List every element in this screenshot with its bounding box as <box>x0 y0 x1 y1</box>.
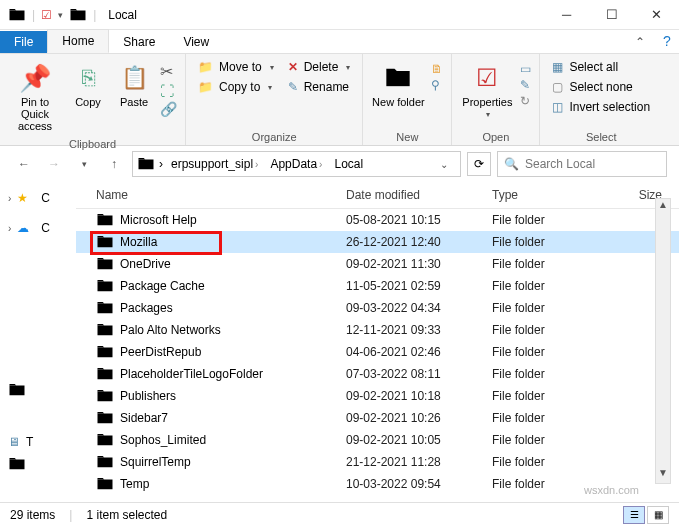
invert-selection-button[interactable]: ◫Invert selection <box>548 98 654 116</box>
cut-icon[interactable]: ✂ <box>160 62 177 81</box>
details-view-button[interactable]: ☰ <box>623 506 645 524</box>
file-name: Packages <box>120 301 173 315</box>
recent-locations-icon[interactable]: ▾ <box>72 152 96 176</box>
paste-shortcut-icon[interactable]: 🔗 <box>160 101 177 117</box>
new-folder-button[interactable]: New folder <box>371 58 425 112</box>
select-none-button[interactable]: ▢Select none <box>548 78 654 96</box>
edit-icon[interactable]: ✎ <box>520 78 531 92</box>
copy-to-button[interactable]: 📁Copy to▾ <box>194 78 278 96</box>
group-new: New folder 🗎 ⚲ New <box>363 54 452 145</box>
close-button[interactable]: ✕ <box>634 0 679 30</box>
file-name: Palo Alto Networks <box>120 323 221 337</box>
icons-view-button[interactable]: ▦ <box>647 506 669 524</box>
copy-button[interactable]: ⎘ Copy <box>68 58 108 112</box>
nav-folder-3[interactable] <box>4 452 72 476</box>
table-row[interactable]: Sophos_Limited09-02-2021 10:05File folde… <box>76 429 679 451</box>
search-box[interactable]: 🔍 Search Local <box>497 151 667 177</box>
nav-onedrive[interactable]: ›☁C <box>4 218 72 238</box>
folder-icon <box>96 343 114 361</box>
file-type: File folder <box>492 213 612 227</box>
tab-file[interactable]: File <box>0 31 47 53</box>
table-row[interactable]: Mozilla26-12-2021 12:40File folder <box>76 231 679 253</box>
qat-folder-icon <box>69 6 87 24</box>
table-row[interactable]: OneDrive09-02-2021 11:30File folder <box>76 253 679 275</box>
nav-folder-1[interactable] <box>4 378 72 402</box>
scroll-up-icon[interactable]: ▲ <box>656 199 670 215</box>
file-date: 21-12-2021 11:28 <box>346 455 492 469</box>
folder-icon <box>96 321 114 339</box>
up-button[interactable]: ↑ <box>102 152 126 176</box>
file-name: Package Cache <box>120 279 205 293</box>
rename-button[interactable]: ✎Rename <box>284 78 355 96</box>
address-dropdown-icon[interactable]: ⌄ <box>432 152 456 176</box>
move-to-button[interactable]: 📁Move to▾ <box>194 58 278 76</box>
folder-icon <box>96 387 114 405</box>
table-row[interactable]: Sidebar709-02-2021 10:26File folder <box>76 407 679 429</box>
tab-view[interactable]: View <box>169 31 223 53</box>
file-date: 09-02-2021 10:26 <box>346 411 492 425</box>
qat-dropdown-icon[interactable]: ▾ <box>58 10 63 20</box>
file-name: Sidebar7 <box>120 411 168 425</box>
folder-icon <box>96 299 114 317</box>
breadcrumb-1[interactable]: AppData› <box>266 155 326 173</box>
nav-folder-2[interactable]: 🖥T <box>4 432 72 452</box>
back-button[interactable]: ← <box>12 152 36 176</box>
new-folder-icon <box>382 62 414 94</box>
refresh-button[interactable]: ⟳ <box>467 152 491 176</box>
delete-button[interactable]: ✕Delete▾ <box>284 58 355 76</box>
help-icon[interactable]: ? <box>655 29 679 53</box>
column-name[interactable]: Name <box>96 188 346 202</box>
table-row[interactable]: Package Cache11-05-2021 02:59File folder <box>76 275 679 297</box>
new-item-icon[interactable]: 🗎 <box>431 62 443 76</box>
file-name: OneDrive <box>120 257 171 271</box>
properties-button[interactable]: ☑ Properties▾ <box>460 58 514 123</box>
history-icon[interactable]: ↻ <box>520 94 531 108</box>
forward-button[interactable]: → <box>42 152 66 176</box>
table-row[interactable]: SquirrelTemp21-12-2021 11:28File folder <box>76 451 679 473</box>
address-folder-icon <box>137 155 155 173</box>
navigation-pane[interactable]: ›★C ›☁C 🖥T <box>0 182 76 500</box>
table-row[interactable]: Publishers09-02-2021 10:18File folder <box>76 385 679 407</box>
table-row[interactable]: PeerDistRepub04-06-2021 02:46File folder <box>76 341 679 363</box>
open-icon[interactable]: ▭ <box>520 62 531 76</box>
file-type: File folder <box>492 257 612 271</box>
delete-icon: ✕ <box>288 60 298 74</box>
table-row[interactable]: Microsoft Help05-08-2021 10:15File folde… <box>76 209 679 231</box>
file-list[interactable]: Microsoft Help05-08-2021 10:15File folde… <box>76 209 679 495</box>
vertical-scrollbar[interactable]: ▲ ▼ <box>655 198 671 484</box>
select-all-button[interactable]: ▦Select all <box>548 58 654 76</box>
scroll-down-icon[interactable]: ▼ <box>656 467 670 483</box>
pin-quick-access-button[interactable]: 📌 Pin to Quick access <box>8 58 62 136</box>
copy-path-icon[interactable]: ⛶ <box>160 83 177 99</box>
qat-check-icon[interactable]: ☑ <box>41 8 52 22</box>
breadcrumb-0[interactable]: erpsupport_sipl› <box>167 155 262 173</box>
nav-quick-access[interactable]: ›★C <box>4 188 72 208</box>
column-date[interactable]: Date modified <box>346 188 492 202</box>
table-row[interactable]: Palo Alto Networks12-11-2021 09:33File f… <box>76 319 679 341</box>
file-date: 09-02-2021 10:05 <box>346 433 492 447</box>
maximize-button[interactable]: ☐ <box>589 0 634 30</box>
status-selection: 1 item selected <box>86 508 167 522</box>
ribbon-collapse-icon[interactable]: ⌃ <box>625 31 655 53</box>
table-row[interactable]: PlaceholderTileLogoFolder07-03-2022 08:1… <box>76 363 679 385</box>
folder-icon <box>96 431 114 449</box>
address-bar[interactable]: › erpsupport_sipl› AppData› Local ⌄ <box>132 151 461 177</box>
tab-share[interactable]: Share <box>109 31 169 53</box>
file-type: File folder <box>492 323 612 337</box>
move-to-icon: 📁 <box>198 60 213 74</box>
file-name: Microsoft Help <box>120 213 197 227</box>
easy-access-icon[interactable]: ⚲ <box>431 78 443 92</box>
rename-icon: ✎ <box>288 80 298 94</box>
app-folder-icon <box>8 6 26 24</box>
paste-button[interactable]: 📋 Paste <box>114 58 154 112</box>
file-type: File folder <box>492 433 612 447</box>
tab-home[interactable]: Home <box>47 29 109 53</box>
file-date: 04-06-2021 02:46 <box>346 345 492 359</box>
copy-icon: ⎘ <box>72 62 104 94</box>
table-row[interactable]: Packages09-03-2022 04:34File folder <box>76 297 679 319</box>
breadcrumb-2[interactable]: Local <box>330 155 367 173</box>
column-type[interactable]: Type <box>492 188 612 202</box>
minimize-button[interactable]: ─ <box>544 0 589 30</box>
folder-icon <box>96 365 114 383</box>
copy-to-icon: 📁 <box>198 80 213 94</box>
